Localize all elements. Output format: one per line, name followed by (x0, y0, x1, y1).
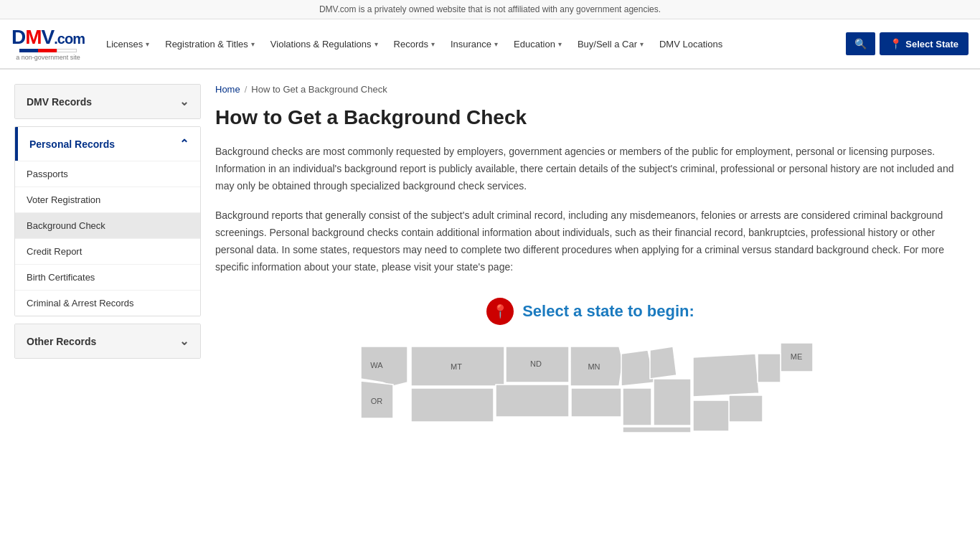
logo-stripe (19, 49, 77, 52)
logo-text: DMV.com (11, 27, 85, 47)
svg-marker-6 (650, 347, 677, 379)
sidebar-link-birth-certificates[interactable]: Birth Certificates (15, 264, 200, 290)
svg-marker-12 (693, 354, 759, 397)
us-map-svg: WA OR MT ND MN (339, 339, 842, 433)
location-pin-icon: 📍 (492, 303, 508, 319)
nav-dmv-locations[interactable]: DMV Locations (652, 33, 730, 55)
sidebar-link-criminal-records[interactable]: Criminal & Arrest Records (15, 290, 200, 316)
sidebar-link-criminal-records-label: Criminal & Arrest Records (27, 298, 134, 309)
breadcrumb-separator: / (245, 84, 248, 95)
sidebar-link-voter-registration[interactable]: Voter Registration (15, 187, 200, 212)
main-content: Home / How to Get a Background Check How… (215, 84, 966, 433)
logo[interactable]: DMV.com a non-government site (11, 27, 85, 61)
breadcrumb: Home / How to Get a Background Check (215, 84, 966, 95)
nav-records-label: Records (394, 39, 428, 50)
nav-violations[interactable]: Violations & Regulations ▾ (263, 33, 385, 55)
article-body: Background checks are most commonly requ… (215, 143, 966, 276)
other-records-arrow: ⌄ (179, 334, 189, 348)
article-paragraph-2: Background reports that generally consis… (215, 207, 966, 276)
notice-text: DMV.com is a privately owned website tha… (319, 4, 661, 14)
svg-marker-8 (496, 385, 569, 417)
select-state-label: Select State (905, 39, 958, 50)
sidebar-link-background-check[interactable]: Background Check (15, 212, 200, 238)
sidebar-section-personal-records-body: Passports Voter Registration Background … (15, 161, 200, 316)
sidebar-link-credit-report[interactable]: Credit Report (15, 238, 200, 264)
nav-licenses-caret: ▾ (146, 40, 149, 48)
header: DMV.com a non-government site Licenses ▾… (0, 19, 980, 70)
pin-icon: 📍 (890, 38, 902, 50)
sidebar-section-other-records: Other Records ⌄ (14, 324, 201, 359)
dmv-records-arrow: ⌄ (179, 95, 189, 108)
svg-marker-15 (729, 395, 763, 422)
personal-records-arrow: ⌃ (179, 137, 189, 151)
sidebar-link-passports-label: Passports (27, 169, 68, 179)
sidebar-link-credit-report-label: Credit Report (27, 246, 82, 257)
page-body: DMV Records ⌄ Personal Records ⌃ Passpor… (0, 70, 980, 447)
logo-sub: a non-government site (16, 54, 80, 61)
sidebar-section-personal-records-header[interactable]: Personal Records ⌃ (15, 127, 200, 161)
sidebar-section-other-records-header[interactable]: Other Records ⌄ (15, 324, 200, 358)
nav-insurance-caret: ▾ (494, 40, 498, 48)
sidebar-section-dmv-records: DMV Records ⌄ (14, 84, 201, 119)
sidebar-section-dmv-records-label: DMV Records (27, 96, 92, 108)
sidebar-link-birth-certificates-label: Birth Certificates (27, 272, 95, 283)
nav-buy-sell-caret: ▾ (640, 40, 644, 48)
nav-violations-caret: ▾ (374, 40, 378, 48)
state-select-heading: 📍 Select a state to begin: (215, 298, 966, 325)
nav-records[interactable]: Records ▾ (387, 33, 442, 55)
nav-buy-sell[interactable]: Buy/Sell a Car ▾ (570, 33, 651, 55)
nav-registration[interactable]: Registration & Titles ▾ (158, 33, 262, 55)
article-paragraph-1: Background checks are most commonly requ… (215, 143, 966, 194)
map-label-mt: MT (451, 362, 462, 371)
nav-insurance[interactable]: Insurance ▾ (443, 33, 505, 55)
svg-marker-9 (571, 388, 621, 417)
state-select-label: Select a state to begin: (522, 302, 694, 321)
breadcrumb-home[interactable]: Home (215, 84, 240, 95)
select-state-button[interactable]: 📍 Select State (880, 32, 969, 55)
nav-registration-label: Registration & Titles (165, 39, 248, 50)
nav-education-caret: ▾ (558, 40, 562, 48)
nav-education-label: Education (514, 39, 555, 50)
page-title: How to Get a Background Check (215, 106, 966, 129)
sidebar-link-voter-registration-label: Voter Registration (27, 194, 100, 205)
map-label-wa: WA (370, 361, 383, 369)
svg-marker-7 (411, 388, 494, 422)
sidebar-section-dmv-records-header[interactable]: DMV Records ⌄ (15, 85, 200, 118)
state-select-section: 📍 Select a state to begin: WA OR (215, 298, 966, 433)
map-label-mn: MN (588, 362, 600, 371)
sidebar-link-background-check-label: Background Check (27, 220, 105, 231)
nav-licenses[interactable]: Licenses ▾ (99, 33, 156, 55)
nav-buy-sell-label: Buy/Sell a Car (578, 39, 637, 50)
notice-bar: DMV.com is a privately owned website tha… (0, 0, 980, 19)
svg-marker-10 (623, 388, 651, 425)
svg-marker-14 (758, 354, 781, 382)
nav-violations-label: Violations & Regulations (270, 39, 372, 50)
main-nav: Licenses ▾ Registration & Titles ▾ Viola… (99, 33, 842, 55)
svg-marker-11 (654, 379, 691, 425)
search-button[interactable]: 🔍 (846, 32, 875, 55)
search-icon: 🔍 (854, 38, 867, 50)
nav-licenses-label: Licenses (106, 39, 143, 50)
svg-marker-17 (693, 400, 729, 431)
map-label-me: ME (791, 352, 803, 361)
sidebar-section-other-records-label: Other Records (27, 336, 96, 347)
sidebar-section-personal-records: Personal Records ⌃ Passports Voter Regis… (14, 126, 201, 316)
nav-registration-caret: ▾ (251, 40, 255, 48)
sidebar-section-personal-records-label: Personal Records (29, 138, 115, 150)
breadcrumb-current: How to Get a Background Check (251, 84, 387, 95)
nav-records-caret: ▾ (431, 40, 435, 48)
nav-insurance-label: Insurance (451, 39, 491, 50)
us-map-container: WA OR MT ND MN (215, 339, 966, 433)
sidebar-link-passports[interactable]: Passports (15, 161, 200, 187)
svg-marker-16 (623, 427, 691, 433)
svg-marker-0 (361, 347, 407, 386)
map-label-nd: ND (530, 359, 542, 368)
nav-education[interactable]: Education ▾ (507, 33, 569, 55)
sidebar: DMV Records ⌄ Personal Records ⌃ Passpor… (14, 84, 201, 433)
nav-dmv-locations-label: DMV Locations (659, 39, 722, 50)
pin-circle-icon: 📍 (486, 298, 514, 325)
map-label-or: OR (371, 397, 383, 405)
